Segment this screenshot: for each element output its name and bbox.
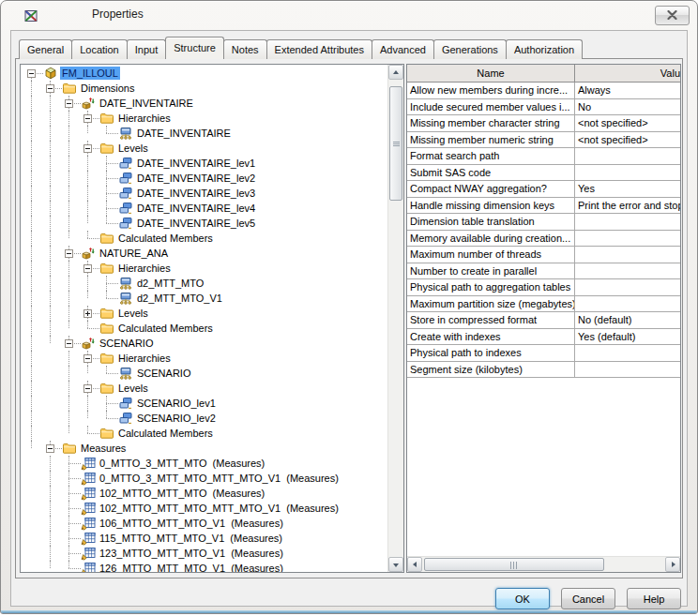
tree-node[interactable]: 102_MTTO_MTT_MTO (Measures) <box>21 486 387 501</box>
expander-plus-icon[interactable] <box>83 309 92 318</box>
tree-node[interactable]: DATE_INVENTAIRE_lev3 <box>21 186 387 201</box>
property-row[interactable]: Format search path <box>407 148 681 165</box>
expander-minus-icon[interactable] <box>65 99 73 108</box>
tree-node[interactable]: 123_MTTO_MTT_MTO_V1 (Measures) <box>21 546 387 561</box>
property-row[interactable]: Physical path to indexes <box>407 345 681 362</box>
property-row[interactable]: Handle missing dimension keysPrint the e… <box>407 198 681 215</box>
tree-node[interactable]: DATE_INVENTAIRE_lev2 <box>21 171 387 186</box>
cancel-button[interactable]: Cancel <box>561 588 615 609</box>
tab-input[interactable]: Input <box>127 39 166 59</box>
column-header-value[interactable]: Value <box>575 65 681 83</box>
property-value-cell[interactable] <box>575 231 681 248</box>
tree-node[interactable]: SCENARIO <box>21 336 387 351</box>
expander-minus-icon[interactable] <box>83 264 92 273</box>
property-value-cell[interactable] <box>575 263 681 280</box>
scrollbar-thumb[interactable] <box>389 86 402 201</box>
property-row[interactable]: Memory available during creation... <box>407 231 681 248</box>
property-row[interactable]: Number to create in parallel <box>407 263 681 280</box>
property-value-cell[interactable] <box>575 296 681 313</box>
tree-node[interactable]: Levels <box>21 381 387 396</box>
property-value-cell[interactable]: Yes (default) <box>575 329 681 346</box>
tree-node[interactable]: Measures <box>21 441 387 456</box>
property-value-cell[interactable] <box>575 345 681 362</box>
property-value-cell[interactable] <box>575 247 681 263</box>
tab-generations[interactable]: Generations <box>433 39 507 59</box>
tree-node[interactable]: DATE_INVENTAIRE_lev5 <box>21 216 387 231</box>
property-value-cell[interactable]: Yes <box>575 181 681 198</box>
tree-node[interactable]: DATE_INVENTAIRE_lev1 <box>21 156 387 171</box>
scroll-left-button[interactable] <box>407 557 422 572</box>
tree-node[interactable]: 106_MTTO_MTT_MTO_V1 (Measures) <box>21 516 387 531</box>
scroll-up-button[interactable] <box>388 65 403 80</box>
property-value-cell[interactable] <box>575 279 681 296</box>
scroll-right-button[interactable] <box>665 557 680 572</box>
expander-minus-icon[interactable] <box>46 84 54 93</box>
tree-node[interactable]: SCENARIO_lev1 <box>21 396 387 411</box>
tab-general[interactable]: General <box>19 39 72 59</box>
tree-node[interactable]: 0_MTTO_3_MTT_MTO_MTT_MTO_V1 (Measures) <box>21 471 387 486</box>
tree-node[interactable]: Levels <box>21 141 387 156</box>
property-value-cell[interactable] <box>575 165 681 182</box>
tree-node[interactable]: Hierarchies <box>21 261 387 276</box>
property-row[interactable]: Create with indexesYes (default) <box>407 329 681 346</box>
tree-node[interactable]: 0_MTTO_3_MTT_MTO (Measures) <box>21 456 387 471</box>
property-value-cell[interactable]: No <box>575 99 681 116</box>
property-value-cell[interactable]: <not specified> <box>575 132 681 149</box>
tree-node[interactable]: Levels <box>21 306 387 321</box>
tab-authorization[interactable]: Authorization <box>506 39 583 59</box>
expander-minus-icon[interactable] <box>27 69 36 78</box>
property-value-cell[interactable]: Print the error and stop <box>575 198 681 215</box>
tree-node[interactable]: d2_MTT_MTO_V1 <box>21 291 387 306</box>
property-row[interactable]: Missing member character string<not spec… <box>407 115 681 132</box>
expander-minus-icon[interactable] <box>46 444 54 453</box>
tree-node[interactable]: NATURE_ANA <box>21 246 387 261</box>
close-button[interactable] <box>655 6 690 25</box>
tree-node[interactable]: DATE_INVENTAIRE <box>21 126 387 141</box>
tab-advanced[interactable]: Advanced <box>372 39 434 59</box>
tree-node[interactable]: Calculated Members <box>21 231 387 246</box>
property-value-cell[interactable] <box>575 362 681 379</box>
property-value-cell[interactable]: No (default) <box>575 312 681 329</box>
tree-node[interactable]: d2_MTT_MTO <box>21 276 387 291</box>
tree-node[interactable]: Calculated Members <box>21 321 387 336</box>
property-row[interactable]: Maximum number of threads <box>407 247 681 263</box>
property-row[interactable]: Submit SAS code <box>407 165 681 182</box>
tree-vertical-scrollbar[interactable] <box>387 65 403 572</box>
help-button[interactable]: Help <box>627 588 681 609</box>
expander-minus-icon[interactable] <box>83 384 92 393</box>
property-value-cell[interactable]: <not specified> <box>575 115 681 132</box>
tree-node[interactable]: FM_ILLOUL <box>21 66 387 81</box>
scroll-down-button[interactable] <box>388 557 403 572</box>
tab-structure[interactable]: Structure <box>165 37 224 59</box>
tree-node[interactable]: SCENARIO_lev2 <box>21 411 387 426</box>
property-row[interactable]: Segment size (kilobytes) <box>407 362 681 379</box>
tree-node[interactable]: Hierarchies <box>21 351 387 366</box>
tree-node[interactable]: DATE_INVENTAIRE <box>21 96 387 111</box>
tree-node[interactable]: SCENARIO <box>21 366 387 381</box>
property-row[interactable]: Missing member numeric string<not specif… <box>407 132 681 149</box>
tree-node[interactable]: 115_MTTO_MTT_MTO_V1 (Measures) <box>21 531 387 546</box>
property-row[interactable]: Dimension table translation <box>407 214 681 231</box>
tree-node[interactable]: Dimensions <box>21 81 387 96</box>
scrollbar-thumb[interactable] <box>424 558 604 571</box>
tree-node[interactable]: Calculated Members <box>21 426 387 441</box>
property-row[interactable]: Compact NWAY aggregation?Yes <box>407 181 681 198</box>
tab-location[interactable]: Location <box>71 39 128 59</box>
tab-extended-attributes[interactable]: Extended Attributes <box>266 39 372 59</box>
property-row[interactable]: Allow new members during incre...Always <box>407 83 681 99</box>
expander-minus-icon[interactable] <box>83 114 92 123</box>
property-value-cell[interactable]: Always <box>575 83 681 99</box>
tree-node[interactable]: DATE_INVENTAIRE_lev4 <box>21 201 387 216</box>
property-row[interactable]: Physical path to aggregation tables <box>407 279 681 296</box>
property-row[interactable]: Include secured member values i...No <box>407 99 681 116</box>
tab-notes[interactable]: Notes <box>223 39 267 59</box>
column-header-name[interactable]: Name <box>407 65 575 83</box>
table-horizontal-scrollbar[interactable] <box>407 556 680 572</box>
property-row[interactable]: Maximum partition size (megabytes) <box>407 296 681 313</box>
title-bar[interactable]: Properties <box>1 1 697 30</box>
ok-button[interactable]: OK <box>495 588 550 609</box>
tree-node[interactable]: Hierarchies <box>21 111 387 126</box>
tree-node[interactable]: 126_MTTO_MTT_MTO_V1 (Measures) <box>21 561 387 572</box>
property-value-cell[interactable] <box>575 214 681 231</box>
expander-minus-icon[interactable] <box>83 354 92 363</box>
